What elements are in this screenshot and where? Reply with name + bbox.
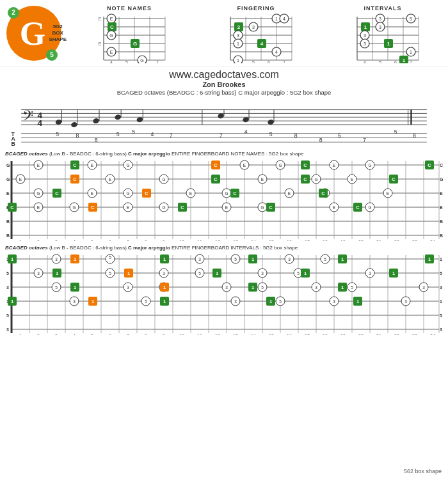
svg-text:E: E xyxy=(110,50,113,54)
svg-text:C: C xyxy=(180,205,184,210)
svg-text:G: G xyxy=(278,163,282,168)
svg-text:E: E xyxy=(351,177,354,182)
svg-text:C: C xyxy=(321,191,325,196)
svg-text:1: 1 xyxy=(92,299,94,304)
svg-text:24: 24 xyxy=(430,334,435,335)
svg-text:5: 5 xyxy=(324,257,326,262)
svg-text:1: 1 xyxy=(364,24,367,30)
svg-text:3: 3 xyxy=(440,285,442,290)
svg-text:3: 3 xyxy=(364,33,366,38)
svg-text:8: 8 xyxy=(145,240,147,241)
svg-point-105 xyxy=(70,121,77,128)
svg-text:1: 1 xyxy=(163,285,166,290)
svg-text:G: G xyxy=(126,191,129,196)
svg-text:3: 3 xyxy=(37,271,40,276)
notation-area: 𝄢 4 4 T A B 5 8 8 xyxy=(0,97,448,150)
svg-text:C: C xyxy=(303,176,307,182)
chord-diagrams: NOTE NAMES 4 xyxy=(70,5,442,63)
svg-text:5: 5 xyxy=(91,334,93,335)
svg-text:E: E xyxy=(91,163,94,168)
fingerboard-section-1: BCAGED octaves (Low B - BEADGC : 6-strin… xyxy=(0,150,448,242)
svg-text:E: E xyxy=(37,205,40,210)
svg-text:7: 7 xyxy=(156,60,159,63)
svg-text:5: 5 xyxy=(55,285,58,290)
svg-text:3: 3 xyxy=(55,257,58,262)
svg-text:5: 5 xyxy=(440,313,442,318)
svg-text:E: E xyxy=(288,191,291,196)
svg-text:G: G xyxy=(126,163,129,168)
svg-text:5: 5 xyxy=(297,271,300,276)
svg-text:G: G xyxy=(6,177,10,182)
svg-text:5: 5 xyxy=(6,271,9,276)
svg-text:4: 4 xyxy=(283,17,285,21)
svg-text:8: 8 xyxy=(145,334,147,335)
svg-text:7: 7 xyxy=(127,334,129,335)
svg-text:E: E xyxy=(440,205,443,210)
svg-text:5: 5 xyxy=(351,285,353,290)
svg-text:9: 9 xyxy=(163,240,165,241)
svg-text:2: 2 xyxy=(237,24,241,30)
svg-text:C: C xyxy=(428,162,431,168)
svg-text:4: 4 xyxy=(73,334,76,335)
svg-text:1: 1 xyxy=(440,257,442,262)
svg-text:12: 12 xyxy=(215,334,220,335)
svg-text:1: 1 xyxy=(428,256,431,262)
svg-text:19: 19 xyxy=(340,240,346,241)
svg-text:18: 18 xyxy=(323,334,328,335)
svg-text:6: 6 xyxy=(268,60,270,63)
svg-text:3: 3 xyxy=(55,334,58,335)
svg-text:C: C xyxy=(440,163,443,168)
svg-text:3: 3 xyxy=(440,327,442,332)
svg-text:1: 1 xyxy=(56,270,58,276)
svg-text:1: 1 xyxy=(304,270,307,276)
svg-text:1: 1 xyxy=(127,270,130,276)
svg-text:1: 1 xyxy=(341,256,344,262)
svg-text:2: 2 xyxy=(37,240,40,241)
svg-text:B: B xyxy=(6,233,10,238)
svg-text:7: 7 xyxy=(283,60,285,63)
svg-text:9: 9 xyxy=(163,334,165,335)
svg-text:22: 22 xyxy=(394,240,399,241)
svg-text:B: B xyxy=(440,219,443,224)
svg-text:G: G xyxy=(6,163,10,168)
fretboard-full-1: G G E E B B C G E E B B xyxy=(3,158,445,241)
svg-text:7: 7 xyxy=(410,60,412,63)
svg-text:8: 8 xyxy=(413,132,416,139)
svg-text:G: G xyxy=(36,191,40,196)
svg-text:1: 1 xyxy=(19,334,22,335)
svg-text:C: C xyxy=(303,162,307,168)
svg-text:5: 5 xyxy=(116,131,120,137)
svg-text:C: C xyxy=(214,176,218,182)
svg-text:3: 3 xyxy=(225,285,228,290)
svg-text:5: 5 xyxy=(279,299,282,304)
svg-text:5: 5 xyxy=(91,240,93,241)
svg-text:E: E xyxy=(243,163,246,168)
svg-text:E: E xyxy=(189,191,193,196)
svg-text:3: 3 xyxy=(261,271,264,276)
svg-text:8: 8 xyxy=(76,132,79,139)
svg-text:E: E xyxy=(225,205,228,210)
svg-text:E: E xyxy=(37,163,40,168)
logo-badge-bottom: 5 xyxy=(46,49,58,61)
svg-text:1: 1 xyxy=(275,17,278,21)
svg-text:14: 14 xyxy=(251,240,256,241)
svg-text:3: 3 xyxy=(6,327,9,332)
svg-text:5: 5 xyxy=(338,132,341,139)
svg-text:1: 1 xyxy=(11,256,13,262)
svg-text:B: B xyxy=(6,219,10,224)
svg-text:6: 6 xyxy=(394,60,397,63)
svg-text:17: 17 xyxy=(305,240,310,241)
svg-text:5: 5 xyxy=(261,285,264,290)
diagram-intervals-title: INTERVALS xyxy=(364,5,401,12)
author-name: Zon Brookes xyxy=(0,81,448,88)
svg-text:3: 3 xyxy=(198,257,201,262)
svg-text:G: G xyxy=(162,205,165,210)
svg-text:E: E xyxy=(91,191,94,196)
svg-text:4: 4 xyxy=(110,60,113,63)
svg-text:13: 13 xyxy=(233,334,238,335)
svg-text:1: 1 xyxy=(237,58,239,63)
fingerboard-1-title: BCAGED octaves (Low B - BEADGC : 6-strin… xyxy=(3,151,445,157)
svg-text:20: 20 xyxy=(358,240,364,241)
svg-text:1: 1 xyxy=(403,58,406,63)
svg-text:5: 5 xyxy=(269,131,273,137)
